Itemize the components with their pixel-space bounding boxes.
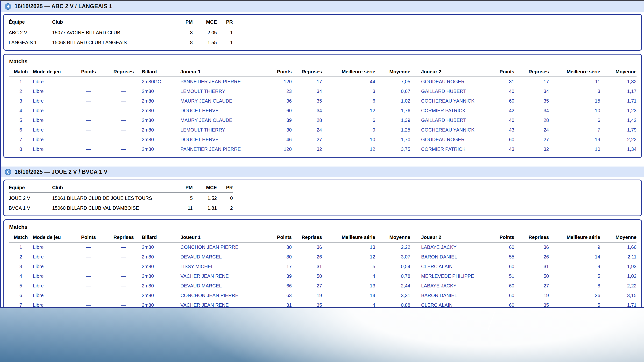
match-cell: 2m80 <box>142 106 180 116</box>
match-cell: 1,34 <box>600 145 636 154</box>
match-cell: Libre <box>33 281 72 291</box>
match-cell: 60 <box>495 262 514 272</box>
match-row: 1Libre——2m80CONCHON JEAN PIERRE8036132,2… <box>9 242 636 252</box>
match-col-header: Billard <box>142 67 180 77</box>
match-cell: — <box>106 252 142 262</box>
match-cell: 2m80 <box>142 135 180 145</box>
match-cell: PANNETIER JEAN PIERRE <box>180 145 272 154</box>
match-cell: 8 <box>549 281 600 291</box>
match-cell: 3 <box>322 87 375 96</box>
match-row: 4Libre——2m80DOUCET HERVE6034121,76CORMIE… <box>9 106 636 116</box>
match-cell: 1,82 <box>600 77 636 87</box>
match-cell: 66 <box>272 281 292 291</box>
match-cell: 39 <box>272 116 292 125</box>
team-cell: 15061 BILLARD CLUB DE JOUE LES TOURS <box>52 193 174 203</box>
match-row: 6Libre——2m80LEMOULT THIERRY302491,25COCH… <box>9 125 636 135</box>
match-col-header: Reprises <box>292 233 322 242</box>
match-cell: 51 <box>495 272 514 281</box>
match-cell: 7 <box>9 135 33 145</box>
matchs-panel: Matchs MatchMode de jeuPointsReprisesBil… <box>3 219 642 308</box>
match-cell: 3,15 <box>600 291 636 301</box>
match-cell: 43 <box>495 145 514 154</box>
match-cell: 27 <box>514 135 549 145</box>
match-row: 1Libre——2m80GCPANNETIER JEAN PIERRE12017… <box>9 77 636 87</box>
match-cell: 1,66 <box>600 242 636 252</box>
match-cell: — <box>106 281 142 291</box>
match-cell: 50 <box>292 272 322 281</box>
match-col-header: Joueur 2 <box>410 233 495 242</box>
matchs-title: Matchs <box>9 224 636 230</box>
match-cell: 1,71 <box>600 301 636 308</box>
team-cell: 5 <box>174 193 193 203</box>
match-cell: 2m80 <box>142 262 180 272</box>
match-cell: — <box>72 145 105 154</box>
match-cell: 19 <box>292 291 322 301</box>
match-cell: DEVAUD MARCEL <box>180 281 272 291</box>
match-cell: 1,17 <box>600 87 636 96</box>
match-cell: LISSY MICHEL <box>180 262 272 272</box>
match-cell: CONCHON JEAN PIERRE <box>180 291 272 301</box>
team-body: ABC 2 V15077 AVOINE BILLARD CLUB82.051LA… <box>9 27 233 47</box>
match-cell: 10 <box>322 135 375 145</box>
match-row: 5Libre——2m80MAURY JEAN CLAUDE392861,39GA… <box>9 116 636 125</box>
match-cell: 36 <box>514 242 549 252</box>
match-cell: 6 <box>322 116 375 125</box>
match-cell: 27 <box>292 281 322 291</box>
matchs-title: Matchs <box>9 58 636 65</box>
match-col-header: Reprises <box>106 67 142 77</box>
match-cell: 31 <box>272 301 292 308</box>
match-cell: VACHER JEAN RENE <box>180 301 272 308</box>
match-cell: 39 <box>272 272 292 281</box>
match-cell: — <box>106 106 142 116</box>
match-day-section-1: 16/10/2025 — ABC 2 V / LANGEAIS 1 Équipe… <box>1 1 644 158</box>
match-cell: 12 <box>322 145 375 154</box>
team-cell: 15068 BILLARD CLUB LANGEAIS <box>52 37 174 47</box>
match-cell: 19 <box>549 135 600 145</box>
match-body: 1Libre——2m80CONCHON JEAN PIERRE8036132,2… <box>9 242 636 308</box>
match-cell: GOUDEAU ROGER <box>410 135 495 145</box>
match-cell: 1,25 <box>375 125 410 135</box>
match-cell: — <box>106 272 142 281</box>
match-cell: 2,22 <box>375 242 410 252</box>
match-cell: 3 <box>9 262 33 272</box>
match-cell: 2m80 <box>142 291 180 301</box>
match-header-row: MatchMode de jeuPointsReprisesBillardJou… <box>9 67 636 77</box>
matchs-table: MatchMode de jeuPointsReprisesBillardJou… <box>9 233 636 308</box>
match-col-header: Billard <box>142 233 180 242</box>
match-cell: 12 <box>322 106 375 116</box>
match-cell: 1,71 <box>600 96 636 106</box>
match-cell: 120 <box>272 145 292 154</box>
team-cell: 11 <box>174 203 193 213</box>
match-col-header: Reprises <box>514 67 549 77</box>
match-cell: 17 <box>292 77 322 87</box>
match-cell: CLERC ALAIN <box>410 262 495 272</box>
match-col-header: Reprises <box>106 233 142 242</box>
match-cell: — <box>72 77 105 87</box>
match-cell: Libre <box>33 96 72 106</box>
match-col-header: Meilleure série <box>549 67 600 77</box>
match-cell: 24 <box>514 125 549 135</box>
team-body: JOUE 2 V15061 BILLARD CLUB DE JOUE LES T… <box>9 193 233 213</box>
match-cell: 32 <box>514 145 549 154</box>
match-cell: 80 <box>272 252 292 262</box>
match-cell: Libre <box>33 77 72 87</box>
match-cell: — <box>106 96 142 106</box>
back-icon[interactable] <box>4 169 11 175</box>
match-cell: Libre <box>33 116 72 125</box>
match-cell: 34 <box>514 106 549 116</box>
match-cell: Libre <box>33 262 72 272</box>
match-cell: — <box>72 291 105 301</box>
match-cell: 9 <box>549 242 600 252</box>
back-icon[interactable] <box>4 3 11 10</box>
team-cell: 15077 AVOINE BILLARD CLUB <box>52 27 174 37</box>
match-row: 3Libre——2m80LISSY MICHEL173150,54CLERC A… <box>9 262 636 272</box>
match-cell: 1,93 <box>600 262 636 272</box>
match-cell: — <box>72 252 105 262</box>
match-cell: — <box>106 291 142 301</box>
match-cell: 35 <box>292 96 322 106</box>
match-cell: 2m80 <box>142 252 180 262</box>
match-cell: 2m80 <box>142 272 180 281</box>
match-day-section-2: 16/10/2025 — JOUE 2 V / BVCA 1 V ÉquipeC… <box>1 167 644 308</box>
team-cell: ABC 2 V <box>9 27 52 37</box>
match-cell: 40 <box>495 87 514 96</box>
